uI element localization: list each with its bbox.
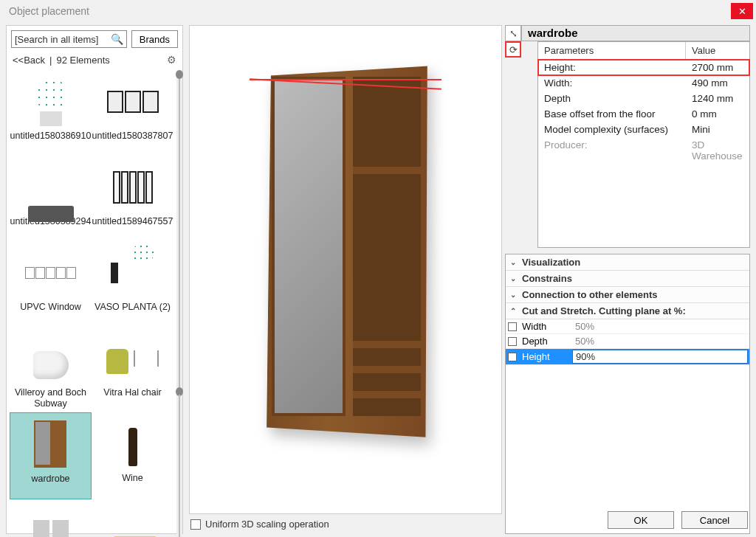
close-button[interactable]: ✕ <box>731 3 753 19</box>
library-item-label: Villeroy and Boch Subway <box>11 387 90 409</box>
col-value: Value <box>686 42 721 59</box>
breadcrumb-sep: | <box>49 55 52 66</box>
library-item[interactable]: untitled1580389294 <box>10 156 92 241</box>
param-name: Base offset from the floor <box>538 106 686 122</box>
param-row[interactable]: Height:2700 mm <box>538 60 749 75</box>
chevron-down-icon: ⌄ <box>510 291 518 299</box>
library-item[interactable]: UPVC Window <box>10 241 92 327</box>
param-value: Mini <box>686 122 749 137</box>
gear-icon[interactable]: ⚙ <box>167 54 176 66</box>
parameters-header: Parameters Value <box>538 42 749 60</box>
param-value: 2700 mm <box>686 60 749 75</box>
param-name: Model complexity (surfaces) <box>538 122 686 137</box>
cut-stretch-checkbox[interactable] <box>508 322 517 331</box>
cancel-button[interactable]: Cancel <box>681 511 748 529</box>
library-item-label: VASO PLANTA (2) <box>94 302 171 324</box>
cut-stretch-checkbox[interactable]: ✓ <box>508 353 517 361</box>
library-item[interactable]: Villeroy and Boch Subway <box>10 327 92 412</box>
cut-stretch-checkbox[interactable] <box>508 337 517 346</box>
mini-buttons: ⤡ <box>505 25 521 41</box>
cut-stretch-row[interactable]: Depth50% <box>506 334 749 349</box>
object-header: ⤡ wardrobe <box>505 25 750 41</box>
library-grid: untitled1580386910untitled1580387807unti… <box>7 70 176 537</box>
col-parameters: Parameters <box>538 42 686 59</box>
preview-viewport[interactable] <box>189 25 502 514</box>
chevron-down-icon: ⌄ <box>510 274 518 283</box>
library-scrollbar[interactable] <box>176 70 182 537</box>
library-item-label: untitled1580387807 <box>92 131 173 153</box>
param-row[interactable]: Model complexity (surfaces)Mini <box>538 122 749 137</box>
section-connection[interactable]: ⌄Connection to other elements <box>506 287 749 303</box>
param-row[interactable]: Base offset from the floor0 mm <box>538 106 749 122</box>
param-value: 3D Warehouse <box>686 137 749 164</box>
param-value: 1240 mm <box>686 91 749 106</box>
expand-icon[interactable]: ⤡ <box>505 25 521 41</box>
brands-button[interactable]: Brands <box>131 30 178 48</box>
library-item[interactable]: wardrobe <box>10 412 92 499</box>
param-name: Depth <box>538 91 686 106</box>
library-item[interactable]: Vitra Hal chair <box>92 327 173 412</box>
library-panel: [Search in all items] 🔍 Brands <<Back | … <box>6 25 183 534</box>
param-value: 0 mm <box>686 106 749 122</box>
preview-panel: Uniform 3D scaling operation <box>186 22 505 537</box>
uniform-scaling-row: Uniform 3D scaling operation <box>189 514 502 534</box>
section-cut-stretch[interactable]: ⌃Cut and Stretch. Cutting plane at %: <box>506 303 749 319</box>
cut-stretch-value[interactable]: 50% <box>571 334 749 348</box>
section-constrains[interactable]: ⌄Constrains <box>506 271 749 287</box>
param-name: Producer: <box>538 137 686 164</box>
cut-stretch-value[interactable]: 50% <box>571 319 749 333</box>
section-visualization[interactable]: ⌄Visualization <box>506 254 749 271</box>
library-item[interactable]: Wine <box>92 412 173 499</box>
library-scroll-wrap: untitled1580386910untitled1580387807unti… <box>7 70 182 537</box>
param-row[interactable]: Width:490 mm <box>538 75 749 91</box>
param-name: Height: <box>538 60 686 75</box>
param-name: Width: <box>538 75 686 91</box>
cut-stretch-name: Depth <box>519 334 571 348</box>
cut-stretch-value[interactable]: 90% <box>572 350 748 364</box>
sections: ⌄Visualization ⌄Constrains ⌄Connection t… <box>505 254 750 534</box>
library-item[interactable]: VASO PLANTA (2) <box>92 241 173 327</box>
parameters-table: Parameters Value Height:2700 mmWidth:490… <box>537 41 750 248</box>
refresh-icon[interactable]: ⟳ <box>505 41 521 58</box>
library-item-label: untitled1589467557 <box>92 216 173 238</box>
library-item-label: untitled1580386910 <box>10 131 92 153</box>
uniform-scaling-label: Uniform 3D scaling operation <box>205 519 329 530</box>
cut-stretch-row[interactable]: Width50% <box>506 319 749 334</box>
cut-stretch-row[interactable]: ✓Height90% <box>506 349 749 365</box>
param-value: 490 mm <box>686 75 749 91</box>
window-title: Object placement <box>9 5 89 17</box>
search-input[interactable]: [Search in all items] 🔍 <box>11 30 127 48</box>
element-count: 92 Elements <box>56 55 109 66</box>
param-row[interactable]: Producer:3D Warehouse <box>538 137 749 164</box>
uniform-scaling-checkbox[interactable] <box>190 519 201 530</box>
properties-panel: ⤡ wardrobe ⟳ Parameters Value Height:270… <box>505 22 756 537</box>
ok-button[interactable]: OK <box>608 511 674 529</box>
library-item-label: Wine <box>122 473 142 495</box>
cut-stretch-rows: Width50%Depth50%✓Height90% <box>506 319 749 365</box>
library-item-label: wardrobe <box>31 474 69 496</box>
breadcrumb: <<Back | 92 Elements ⚙ <box>7 52 182 70</box>
search-icon: 🔍 <box>111 33 123 45</box>
search-row: [Search in all items] 🔍 Brands <box>7 26 182 52</box>
library-item-label: Vitra Hal chair <box>103 387 161 409</box>
library-item[interactable]: untitled1580386910 <box>10 70 92 156</box>
wardrobe-3d <box>264 69 427 431</box>
chevron-down-icon: ⌄ <box>510 258 518 266</box>
search-placeholder: [Search in all items] <box>15 34 98 45</box>
library-item[interactable]: untitled1589467557 <box>92 156 173 241</box>
cut-stretch-name: Width <box>519 319 571 333</box>
back-link[interactable]: <<Back <box>13 55 45 66</box>
title-bar: Object placement ✕ <box>0 0 756 22</box>
close-icon: ✕ <box>738 6 746 17</box>
library-item[interactable] <box>10 499 92 537</box>
library-item[interactable] <box>92 499 173 537</box>
dialog-buttons: OK Cancel <box>506 507 749 533</box>
library-item-label: UPVC Window <box>20 302 81 324</box>
param-row[interactable]: Depth1240 mm <box>538 91 749 106</box>
library-item[interactable]: untitled1580387807 <box>92 70 173 156</box>
chevron-up-icon: ⌃ <box>510 307 518 315</box>
content-area: [Search in all items] 🔍 Brands <<Back | … <box>0 22 756 537</box>
object-name: wardrobe <box>521 25 750 41</box>
cut-stretch-name: Height <box>519 350 571 364</box>
